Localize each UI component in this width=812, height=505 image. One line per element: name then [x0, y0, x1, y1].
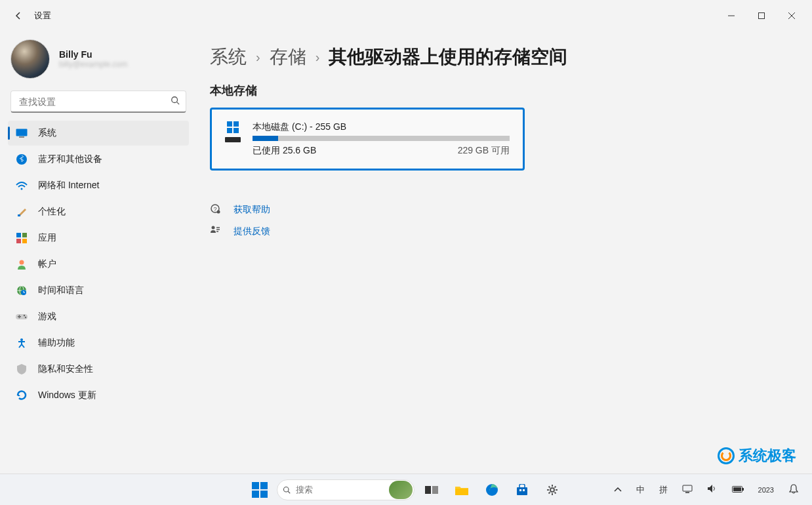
avatar [10, 39, 50, 79]
sidebar-item-label: 辅助功能 [38, 337, 75, 349]
maximize-button[interactable] [746, 5, 777, 26]
svg-point-31 [212, 226, 215, 230]
window-title: 设置 [34, 10, 51, 22]
close-button[interactable] [777, 5, 807, 26]
sidebar-item-label: 网络和 Internet [38, 180, 99, 192]
user-profile[interactable]: Billy Fu billy@example.com [8, 37, 189, 88]
sidebar-item-label: Windows 更新 [38, 390, 96, 401]
sidebar-item-label: 帐户 [38, 258, 56, 270]
svg-rect-26 [19, 315, 20, 318]
system-icon [16, 127, 28, 139]
apps-icon [16, 232, 28, 244]
svg-rect-1 [759, 13, 765, 19]
svg-point-4 [172, 97, 178, 103]
brush-icon [16, 206, 28, 218]
start-button[interactable] [247, 477, 273, 503]
store-button[interactable] [509, 477, 535, 503]
svg-point-41 [550, 488, 554, 492]
sidebar-item-privacy[interactable]: 隐私和安全性 [8, 357, 189, 382]
svg-rect-45 [733, 487, 741, 491]
settings-button[interactable] [539, 477, 565, 503]
explorer-button[interactable] [449, 477, 475, 503]
usage-fill [253, 136, 278, 141]
breadcrumb-storage[interactable]: 存储 [270, 45, 306, 70]
task-view-button[interactable] [418, 477, 445, 503]
svg-rect-46 [742, 488, 744, 491]
sidebar-item-personalization[interactable]: 个性化 [8, 199, 189, 224]
section-title: 本地存储 [210, 83, 799, 98]
drive-used: 已使用 25.6 GB [253, 145, 316, 157]
svg-rect-7 [19, 136, 24, 138]
sidebar-item-system[interactable]: 系统 [8, 121, 189, 146]
svg-rect-10 [18, 214, 20, 216]
svg-rect-36 [455, 489, 468, 495]
game-icon [16, 311, 28, 323]
accessibility-icon [16, 337, 28, 349]
drive-card-c[interactable]: 本地磁盘 (C:) - 255 GB 已使用 25.6 GB 229 GB 可用 [210, 108, 525, 171]
sidebar-item-bluetooth[interactable]: 蓝牙和其他设备 [8, 147, 189, 172]
svg-point-15 [20, 260, 24, 265]
svg-point-24 [25, 317, 26, 318]
chevron-right-icon: › [256, 50, 260, 65]
watermark-logo-icon [718, 447, 735, 464]
edge-button[interactable] [479, 477, 505, 503]
sidebar-item-apps[interactable]: 应用 [8, 226, 189, 251]
drive-name: 本地磁盘 (C:) - 255 GB [253, 121, 510, 133]
volume-tray-icon[interactable] [703, 481, 721, 498]
user-name: Billy Fu [59, 49, 127, 60]
svg-rect-42 [683, 485, 692, 491]
clock-year[interactable]: 2023 [754, 483, 778, 496]
tray-overflow[interactable] [610, 482, 626, 497]
windows-icon [227, 121, 239, 133]
sidebar-item-time[interactable]: 时间和语言 [8, 278, 189, 303]
svg-rect-39 [519, 489, 521, 491]
taskbar: 中 拼 2023 [0, 474, 812, 505]
taskbar-search[interactable] [277, 479, 415, 500]
svg-rect-13 [16, 239, 21, 243]
svg-line-33 [288, 491, 290, 493]
sidebar-item-accessibility[interactable]: 辅助功能 [8, 331, 189, 355]
update-icon [16, 390, 28, 401]
sidebar-item-update[interactable]: Windows 更新 [8, 383, 189, 408]
bluetooth-icon [16, 153, 28, 165]
feedback-link[interactable]: 提供反馈 [233, 226, 270, 237]
svg-rect-40 [523, 489, 525, 491]
back-button[interactable] [5, 3, 31, 29]
sidebar-item-label: 应用 [38, 232, 56, 244]
svg-rect-34 [425, 486, 431, 494]
sidebar-item-label: 时间和语言 [38, 285, 84, 296]
svg-rect-11 [16, 233, 21, 237]
svg-point-9 [21, 188, 23, 190]
notifications-tray-icon[interactable] [784, 481, 803, 498]
battery-tray-icon[interactable] [728, 482, 748, 497]
get-help-link[interactable]: 获取帮助 [233, 204, 270, 216]
usage-bar [253, 136, 510, 141]
sidebar-item-label: 个性化 [38, 206, 66, 218]
search-icon [171, 96, 180, 108]
disk-icon [225, 137, 241, 142]
person-icon [16, 258, 28, 270]
ime-mode[interactable]: 拼 [655, 481, 672, 498]
sidebar-item-network[interactable]: 网络和 Internet [8, 173, 189, 198]
svg-point-32 [284, 487, 289, 492]
search-input[interactable] [10, 91, 186, 113]
svg-line-5 [177, 102, 180, 105]
wifi-icon [16, 180, 28, 192]
svg-rect-12 [22, 233, 27, 237]
breadcrumb-current: 其他驱动器上使用的存储空间 [329, 45, 567, 70]
sidebar-item-label: 系统 [38, 127, 56, 139]
sidebar-item-accounts[interactable]: 帐户 [8, 252, 189, 277]
sidebar-item-gaming[interactable]: 游戏 [8, 304, 189, 329]
minimize-button[interactable] [716, 5, 746, 26]
search-highlight-icon [389, 481, 413, 499]
svg-rect-6 [16, 129, 28, 136]
globe-icon [16, 285, 28, 296]
ime-lang[interactable]: 中 [632, 481, 649, 498]
breadcrumb-system[interactable]: 系统 [210, 45, 247, 70]
svg-rect-38 [517, 487, 527, 495]
help-icon: ? [210, 203, 222, 216]
sidebar-item-label: 隐私和安全性 [38, 363, 93, 375]
svg-point-27 [20, 338, 23, 341]
network-tray-icon[interactable] [678, 481, 697, 498]
watermark: 系统极客 [718, 446, 796, 466]
